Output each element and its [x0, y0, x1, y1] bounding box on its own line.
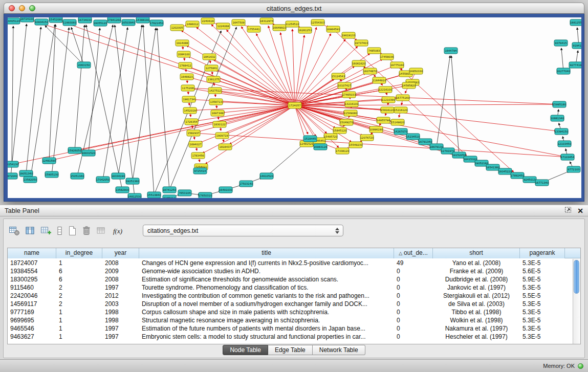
network-node[interactable]: 15995180: [553, 101, 566, 107]
network-node[interactable]: 16541380: [486, 164, 499, 170]
network-node[interactable]: 16964591: [326, 26, 340, 32]
tab-edge-table[interactable]: Edge Table: [268, 345, 313, 355]
network-node[interactable]: 1841632: [203, 54, 216, 60]
network-node[interactable]: 7485083: [367, 48, 381, 54]
network-node[interactable]: 14388190: [136, 17, 149, 23]
table-row[interactable]: 1938455462009Genome-wide association stu…: [8, 267, 573, 275]
table-options-button[interactable]: [9, 224, 20, 238]
table-row[interactable]: 1456911722003Disruption of a novel membe…: [8, 300, 573, 308]
network-node[interactable]: 1783456: [191, 152, 205, 159]
network-node[interactable]: 17650310: [199, 192, 212, 198]
delete-button[interactable]: [82, 224, 91, 238]
network-node[interactable]: 12103450: [558, 141, 571, 147]
network-node[interactable]: 9194103: [572, 42, 581, 49]
network-node[interactable]: 19737403: [355, 40, 368, 46]
network-node[interactable]: 1697348: [211, 110, 224, 116]
network-node[interactable]: 16277040: [557, 68, 570, 74]
network-node[interactable]: 16405120: [8, 18, 20, 24]
network-node[interactable]: 14812530: [128, 193, 141, 198]
close-button[interactable]: [9, 5, 15, 11]
network-node[interactable]: 2084100: [177, 51, 190, 57]
network-node[interactable]: 15926050: [68, 147, 81, 154]
create-column-button[interactable]: [40, 224, 52, 238]
network-node[interactable]: 1755441: [247, 26, 260, 32]
network-node[interactable]: 6772103: [567, 166, 580, 172]
network-node[interactable]: 17458036: [380, 54, 394, 60]
network-node[interactable]: 19055120: [94, 20, 107, 26]
network-node[interactable]: 13582900: [116, 187, 129, 193]
network-node[interactable]: 13582050: [24, 177, 37, 183]
network-node[interactable]: 15845120: [333, 127, 346, 134]
table-row[interactable]: 1830029562008Estimation of significance …: [8, 275, 573, 283]
network-node[interactable]: 17465033: [342, 92, 356, 98]
network-node[interactable]: 11993060: [63, 19, 76, 26]
column-header-short[interactable]: short: [433, 248, 520, 258]
table-row[interactable]: 946362711997Embryonic stem cells: a mode…: [8, 333, 573, 341]
rows-button[interactable]: [57, 224, 62, 238]
network-node[interactable]: 9245012: [163, 195, 176, 198]
network-node[interactable]: 1175208: [181, 85, 194, 91]
network-node[interactable]: 17503140: [239, 181, 253, 187]
network-node[interactable]: 16771340: [535, 180, 549, 186]
table-row[interactable]: 2242004622012Investigating the contribut…: [8, 292, 573, 300]
network-node[interactable]: 16503940: [122, 19, 135, 26]
network-node[interactable]: 16491030: [219, 187, 232, 193]
network-node[interactable]: 1644794: [444, 48, 458, 54]
network-node[interactable]: 1830122: [213, 121, 226, 127]
network-node[interactable]: 1726354: [185, 119, 198, 125]
network-node[interactable]: 1452019: [183, 107, 197, 114]
tab-network-table[interactable]: Network Table: [313, 345, 365, 355]
network-node[interactable]: 2240618: [201, 18, 214, 24]
network-node[interactable]: 1224068: [216, 23, 230, 29]
column-header-pagerank[interactable]: pagerank: [520, 248, 565, 258]
window-titlebar[interactable]: citations_edges.txt: [4, 3, 584, 14]
network-node[interactable]: 12481590: [42, 158, 56, 164]
network-node[interactable]: 18312974: [260, 18, 274, 24]
network-node[interactable]: 16649910: [273, 25, 286, 31]
import-table-button[interactable]: [96, 224, 106, 238]
network-node[interactable]: 16631520: [82, 150, 95, 156]
network-node[interactable]: 11254510: [286, 21, 299, 27]
table-row[interactable]: 977716911998Corpus callosum shape and si…: [8, 308, 573, 316]
network-node[interactable]: 13216100: [345, 101, 358, 107]
network-node[interactable]: 7653104: [178, 190, 191, 196]
network-node[interactable]: 1275841: [205, 65, 218, 71]
network-node[interactable]: 19051340: [19, 170, 33, 177]
network-node[interactable]: 9725414: [193, 168, 207, 174]
network-node[interactable]: 11549080: [344, 110, 357, 116]
network-node[interactable]: 12076720: [360, 135, 374, 141]
network-node[interactable]: 1427512: [208, 87, 222, 94]
vertical-scrollbar[interactable]: [573, 259, 580, 344]
network-node[interactable]: 9379415: [554, 40, 568, 46]
network-node[interactable]: 1694027: [189, 141, 202, 147]
function-builder-button[interactable]: f(x): [112, 224, 125, 238]
network-node[interactable]: 15816120: [381, 107, 394, 113]
network-node[interactable]: 12554303: [311, 19, 324, 26]
network-node[interactable]: 17338120: [336, 148, 349, 154]
network-node[interactable]: 14585820: [402, 82, 416, 89]
float-panel-icon[interactable]: [564, 206, 572, 215]
network-node[interactable]: 18334190: [112, 173, 125, 179]
network-node[interactable]: 19251360: [126, 178, 139, 184]
network-node[interactable]: 1909719: [215, 133, 229, 139]
network-node[interactable]: 14955796: [377, 117, 390, 123]
network-node[interactable]: 10881340: [551, 115, 564, 121]
network-node[interactable]: 19619133: [342, 32, 355, 38]
column-header-name[interactable]: name: [8, 248, 56, 258]
network-node[interactable]: 14267070: [394, 128, 407, 135]
network-node[interactable]: 1647509: [232, 19, 245, 26]
network-node[interactable]: 14610520: [260, 173, 273, 179]
close-panel-icon[interactable]: ✕: [577, 207, 583, 214]
network-node[interactable]: 1724057: [288, 102, 301, 108]
network-node[interactable]: 11672040: [8, 173, 17, 179]
network-node[interactable]: 15452080: [49, 17, 62, 23]
scrollbar-thumb[interactable]: [574, 260, 579, 294]
network-node[interactable]: 16775160: [396, 95, 409, 101]
network-node[interactable]: 1768412: [179, 62, 192, 69]
network-node[interactable]: 9277419: [569, 62, 581, 68]
zoom-button[interactable]: [29, 5, 35, 11]
network-node[interactable]: 1202005: [170, 25, 184, 31]
table-row[interactable]: 969969511998Structural magnetic resonanc…: [8, 316, 573, 324]
network-node[interactable]: 1818437: [219, 144, 232, 150]
network-node[interactable]: 15549230: [349, 142, 362, 148]
